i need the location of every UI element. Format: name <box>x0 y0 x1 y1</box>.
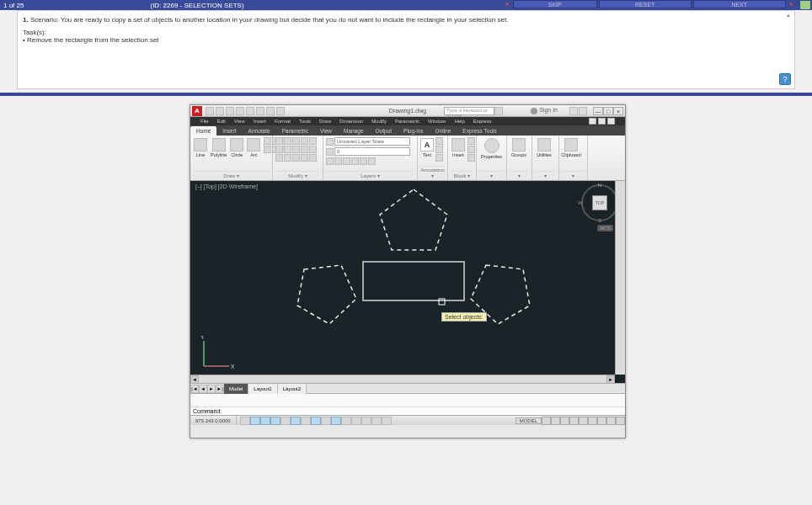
status-ortho-icon[interactable] <box>270 417 280 425</box>
status-3dosnap-icon[interactable] <box>301 417 311 425</box>
table-icon[interactable] <box>435 154 443 162</box>
insert-block-button[interactable]: Insert <box>451 137 466 158</box>
layer-tool-icon[interactable] <box>360 157 367 165</box>
minimize-button[interactable]: — <box>593 107 603 115</box>
dim-icon[interactable] <box>435 137 443 145</box>
menu-express[interactable]: Express <box>473 119 492 124</box>
properties-button[interactable]: Properties <box>479 137 504 160</box>
pentagon-top[interactable] <box>380 189 447 250</box>
fillet-icon[interactable] <box>292 146 300 153</box>
tab-online[interactable]: Online <box>430 126 457 136</box>
annotation-group-title[interactable]: Annotation ▾ <box>420 166 445 178</box>
modify-misc-icon[interactable] <box>309 154 317 162</box>
block-create-icon[interactable] <box>467 137 475 145</box>
layout-first-icon[interactable]: |◄ <box>190 385 199 393</box>
viewport-scrollbar-vertical[interactable] <box>615 181 625 375</box>
status-hardware-icon[interactable] <box>597 417 606 425</box>
menu-window[interactable]: Window <box>428 119 446 124</box>
layer-tool-icon[interactable] <box>334 157 342 165</box>
exchange-icon[interactable] <box>569 107 578 115</box>
doc-close-button[interactable]: × <box>607 118 615 125</box>
offset-icon[interactable] <box>284 154 291 162</box>
close-skip-icon[interactable]: × <box>503 0 510 8</box>
doc-min-button[interactable]: — <box>589 118 596 125</box>
copy-icon[interactable] <box>275 146 283 153</box>
menu-parametric[interactable]: Parametric <box>395 119 419 124</box>
tab-parametric[interactable]: Parametric <box>276 126 314 136</box>
mirror-icon[interactable] <box>284 146 291 153</box>
layout-prev-icon[interactable]: ◄ <box>199 385 207 393</box>
close-panel-icon[interactable]: × <box>788 0 795 8</box>
status-scale-icon[interactable] <box>560 417 569 425</box>
groups-button[interactable]: Groups <box>510 137 528 158</box>
status-polar-icon[interactable] <box>280 417 291 425</box>
app-logo-icon[interactable]: A <box>192 106 202 116</box>
tab-expresstools[interactable]: Express Tools <box>457 126 502 136</box>
status-lwt-icon[interactable] <box>341 417 351 425</box>
text-button[interactable]: A Text <box>420 137 434 158</box>
tab-manage[interactable]: Manage <box>338 126 370 136</box>
block-group-title[interactable]: Block ▾ <box>451 171 473 178</box>
layer-props-icon[interactable] <box>326 138 334 146</box>
clipboard-group-title[interactable]: ▾ <box>562 171 585 178</box>
collapse-icon[interactable]: ▲ <box>786 13 791 18</box>
status-ducs-icon[interactable] <box>321 417 331 425</box>
utilities-group-title[interactable]: ▾ <box>535 171 556 178</box>
tab-home[interactable]: Home <box>190 126 216 136</box>
coords-display[interactable]: 975 243 0.0000 <box>190 416 237 425</box>
skip-button[interactable]: SKIP <box>513 0 597 8</box>
clipboard-button[interactable]: Clipboard <box>562 137 580 158</box>
layout-next-icon[interactable]: ► <box>207 385 216 393</box>
viewcube[interactable]: N S E W TOP <box>581 184 618 221</box>
qat-save-icon[interactable] <box>226 107 234 115</box>
status-grid-icon[interactable] <box>260 417 270 425</box>
layer-state-dropdown[interactable]: Unsaved Layer State <box>334 137 410 146</box>
block-attr-icon[interactable] <box>467 154 475 162</box>
layer-icon[interactable] <box>326 148 334 156</box>
erase-icon[interactable] <box>301 137 308 145</box>
layout-tab-layout2[interactable]: Layout2 <box>278 384 307 394</box>
layout-tab-model[interactable]: Model <box>224 384 248 394</box>
line-button[interactable]: Line <box>193 137 208 158</box>
viewcube-face[interactable]: TOP <box>592 195 607 210</box>
tab-view[interactable]: View <box>314 126 338 136</box>
circle-button[interactable]: Circle <box>229 137 244 158</box>
search-icon[interactable] <box>494 107 503 115</box>
menu-modify[interactable]: Modify <box>371 119 387 124</box>
layer-tool-icon[interactable] <box>351 157 359 165</box>
status-qp-icon[interactable] <box>361 417 371 425</box>
status-layout-icon[interactable] <box>542 417 551 425</box>
layer-tool-icon[interactable] <box>368 157 376 165</box>
trim-icon[interactable] <box>292 137 300 145</box>
wcs-badge[interactable]: WCS <box>597 225 613 231</box>
maximize-button[interactable]: □ <box>603 107 613 115</box>
help-dropdown-icon[interactable] <box>579 107 587 115</box>
stretch-icon[interactable] <box>301 146 308 153</box>
status-isolate-icon[interactable] <box>606 417 616 425</box>
command-history[interactable] <box>190 394 625 407</box>
reset-button[interactable]: RESET <box>599 0 692 8</box>
status-osnap-icon[interactable] <box>291 417 301 425</box>
pentagon-left[interactable] <box>297 265 356 324</box>
menu-file[interactable]: File <box>200 119 209 124</box>
arc-button[interactable]: Arc <box>246 137 261 158</box>
move-icon[interactable] <box>275 137 283 145</box>
scale-icon[interactable] <box>275 154 283 162</box>
status-otrack-icon[interactable] <box>311 417 321 425</box>
draw-misc-icon[interactable] <box>264 146 271 153</box>
tab-plugins[interactable]: Plug-ins <box>398 126 429 136</box>
command-line[interactable]: Command: <box>190 407 625 415</box>
layer-dropdown[interactable]: 0 <box>334 147 410 156</box>
qat-new-icon[interactable] <box>206 107 214 115</box>
qat-open-icon[interactable] <box>216 107 224 115</box>
layers-group-title[interactable]: Layers ▾ <box>326 171 414 178</box>
viewport-label[interactable]: [–] [Top] [2D Wireframe] <box>195 183 258 189</box>
modify-group-title[interactable]: Modify ▾ <box>275 171 320 178</box>
next-button[interactable]: NEXT <box>693 0 786 8</box>
scroll-left-icon[interactable]: ◄ <box>190 375 199 384</box>
status-tpy-icon[interactable] <box>351 417 361 425</box>
tab-annotate[interactable]: Annotate <box>243 126 276 136</box>
tab-insert[interactable]: Insert <box>216 126 242 136</box>
status-lock-icon[interactable] <box>588 417 597 425</box>
polyline-button[interactable]: Polyline <box>210 137 227 158</box>
